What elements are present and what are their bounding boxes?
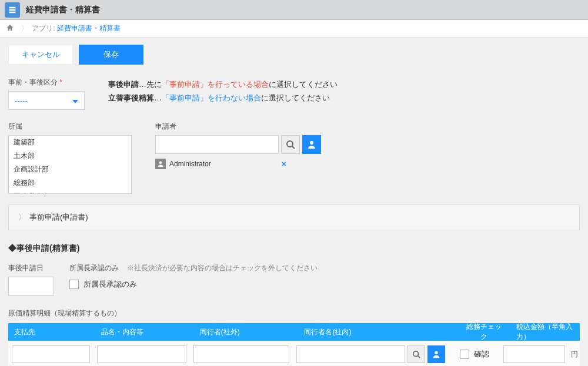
col-soumu-check: 総務チェック [458, 322, 510, 342]
app-header: 経費申請書・精算書 [0, 0, 588, 20]
confirm-checkbox[interactable] [460, 350, 469, 359]
category-label: 事前・事後区分 * [8, 78, 85, 88]
list-item[interactable]: 建築部 [9, 136, 131, 149]
applicant-label: 申請者 [155, 122, 321, 132]
postapp-fields: 事後申請日 所属長承認のみ ※社長決済が必要な内容の場合はチェックを外してくださ… [8, 263, 580, 296]
detail-table-row: 確認 円 [8, 341, 580, 366]
amount-input[interactable] [503, 345, 564, 363]
cancel-button[interactable]: キャンセル [8, 45, 73, 65]
search-icon[interactable] [407, 345, 425, 363]
approve-checkbox-label: 所属長承認のみ [83, 279, 137, 290]
search-icon[interactable] [281, 135, 300, 154]
detail-label: 原価精算明細（現場精算するもの） [8, 308, 580, 318]
breadcrumb: 〉 アプリ: 経費申請書・精算書 [0, 20, 588, 38]
affiliation-applicant: 所属 建築部 土木部 企画設計部 総務部 工務業務室 申請者 [8, 122, 580, 194]
svg-line-9 [418, 356, 420, 358]
col-item: 品名・内容等 [95, 327, 194, 337]
svg-line-5 [292, 146, 295, 149]
payee-input[interactable] [12, 345, 90, 363]
svg-rect-3 [9, 12, 15, 13]
save-button[interactable]: 保存 [79, 45, 143, 65]
list-item[interactable]: 土木部 [9, 149, 131, 163]
svg-point-8 [413, 351, 419, 357]
applicant-search-input[interactable] [155, 135, 279, 154]
applicant-name: Administrator [169, 160, 211, 168]
list-item[interactable]: 工務業務室 [9, 190, 131, 194]
svg-rect-1 [9, 7, 15, 8]
approve-checkbox[interactable] [69, 280, 79, 289]
col-amount: 税込金額（半角入力） [510, 322, 580, 342]
list-item[interactable]: 企画設計部 [9, 163, 131, 176]
svg-point-4 [287, 141, 293, 147]
applicant-chip: Administrator × [155, 159, 321, 169]
companion-ext-input[interactable] [193, 345, 289, 363]
list-item[interactable]: 総務部 [9, 176, 131, 190]
breadcrumb-label: アプリ: [32, 23, 55, 33]
category-help: 事後申請…先に「事前申請」を行っている場合に選択してください 立替事後精算…「事… [108, 78, 338, 110]
svg-point-6 [310, 141, 313, 145]
app-title: 経費申請書・精算書 [26, 5, 100, 15]
item-input[interactable] [97, 345, 186, 363]
affiliation-listbox[interactable]: 建築部 土木部 企画設計部 総務部 工務業務室 [8, 135, 132, 194]
svg-rect-2 [9, 9, 15, 11]
postapp-date-input[interactable] [8, 277, 54, 296]
postapp-heading: ◆事後申請(精算書) [8, 243, 580, 254]
detail-table-header: 支払先 品名・内容等 同行者(社外) 同行者名(社内) 総務チェック 税込金額（… [8, 323, 580, 341]
breadcrumb-link[interactable]: 経費申請書・精算書 [57, 23, 121, 33]
affiliation-label: 所属 [8, 122, 132, 132]
action-buttons: キャンセル 保存 [8, 45, 580, 65]
unit-label: 円 [569, 350, 580, 360]
col-companion-int: 同行者名(社内) [298, 327, 457, 337]
app-icon [5, 2, 20, 18]
confirm-label: 確認 [474, 349, 489, 360]
chevron-down-icon [72, 96, 78, 105]
main-form: キャンセル 保存 事前・事後区分 * ----- 事後申請…先に「事前申請」を行… [0, 38, 588, 366]
preapp-title: 事前申請(申請書) [29, 212, 88, 223]
col-payee: 支払先 [8, 327, 95, 337]
org-picker-icon[interactable] [302, 135, 321, 154]
approve-note: ※社長決済が必要な内容の場合はチェックを外してください [127, 263, 318, 273]
chevron-right-icon: 〉 [18, 212, 26, 223]
org-picker-icon[interactable] [427, 345, 445, 363]
category-section: 事前・事後区分 * ----- 事後申請…先に「事前申請」を行っている場合に選択… [8, 78, 580, 110]
svg-point-10 [435, 351, 438, 354]
category-select[interactable]: ----- [8, 91, 85, 110]
companion-int-input[interactable] [296, 345, 406, 363]
required-mark: * [59, 78, 62, 86]
col-companion-ext: 同行者(社外) [194, 327, 299, 337]
avatar-icon [155, 159, 166, 169]
svg-point-7 [159, 162, 162, 164]
breadcrumb-sep: 〉 [21, 23, 28, 33]
remove-icon[interactable]: × [282, 159, 286, 169]
category-value: ----- [15, 96, 28, 105]
postapp-date-label: 事後申請日 [8, 263, 54, 273]
home-icon[interactable] [6, 23, 14, 33]
preapp-group[interactable]: 〉 事前申請(申請書) [8, 204, 580, 230]
approve-label: 所属長承認のみ [69, 263, 119, 273]
